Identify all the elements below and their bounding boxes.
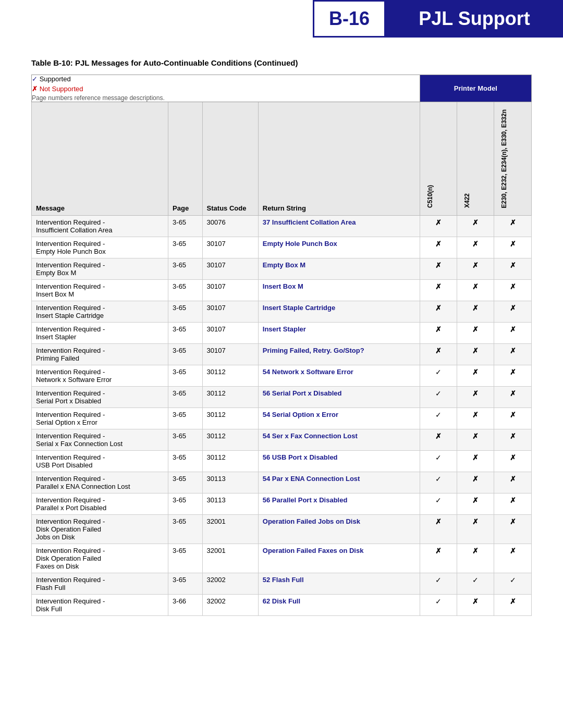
x-icon: ✗ <box>510 453 516 462</box>
cell-page: 3-65 <box>168 280 203 301</box>
cell-page: 3-65 <box>168 344 203 365</box>
cell-return-string: Empty Hole Punch Box <box>258 237 420 258</box>
cell-message: Intervention Required - Flash Full <box>32 573 168 595</box>
table-row: Intervention Required - Insert Stapler3-… <box>32 323 532 344</box>
check-icon: ✓ <box>435 576 442 584</box>
x-icon: ✗ <box>510 304 516 312</box>
cell-status-code: 30107 <box>202 280 258 301</box>
cell-x422: ✗ <box>457 493 494 515</box>
cell-e230: ✗ <box>494 387 532 408</box>
cell-return-string: Operation Failed Faxes on Disk <box>258 544 420 573</box>
col-header-c510n-text: C510(n) <box>424 181 436 212</box>
cell-x422: ✗ <box>457 237 494 258</box>
cell-e230: ✗ <box>494 451 532 472</box>
cell-return-string: 56 Parallel Port x Disabled <box>258 493 420 515</box>
cell-e230: ✗ <box>494 515 532 544</box>
x-icon: ✗ <box>510 432 516 440</box>
cell-message: Intervention Required - Insert Staple Ca… <box>32 301 168 323</box>
cell-x422: ✗ <box>457 595 494 616</box>
x-icon: ✗ <box>510 261 516 269</box>
x-icon: ✗ <box>510 517 516 526</box>
cell-e230: ✗ <box>494 544 532 573</box>
x-icon: ✗ <box>472 347 479 355</box>
x-icon: ✗ <box>510 597 516 606</box>
not-supported-label: Not Supported <box>40 85 83 93</box>
cell-e230: ✓ <box>494 573 532 595</box>
cell-status-code: 30107 <box>202 258 258 280</box>
table-row: Intervention Required - USB Port Disable… <box>32 451 532 472</box>
x-icon: ✗ <box>510 496 516 504</box>
cell-page: 3-65 <box>168 451 203 472</box>
x-icon: ✗ <box>472 475 479 483</box>
cell-page: 3-65 <box>168 544 203 573</box>
cell-return-string: 37 Insufficient Collation Area <box>258 216 420 237</box>
cell-status-code: 30076 <box>202 216 258 237</box>
check-icon: ✓ <box>435 496 442 504</box>
cell-page: 3-65 <box>168 216 203 237</box>
legend-printer-model-row: ✓ Supported ✗ Not Supported Page numbers… <box>32 75 532 102</box>
x-icon: ✗ <box>435 347 442 355</box>
table-title: Table B-10: PJL Messages for Auto-Contin… <box>31 58 532 67</box>
cell-c510n: ✓ <box>420 387 457 408</box>
cell-message: Intervention Required - Insufficient Col… <box>32 216 168 237</box>
x-icon: ✗ <box>510 347 516 355</box>
x-icon: ✗ <box>510 240 516 248</box>
cell-message: Intervention Required - Disk Operation F… <box>32 544 168 573</box>
cell-c510n: ✗ <box>420 544 457 573</box>
table-row: Intervention Required - Network x Softwa… <box>32 365 532 387</box>
cell-return-string: 56 Serial Port x Disabled <box>258 387 420 408</box>
cell-status-code: 30112 <box>202 429 258 451</box>
x-icon: ✗ <box>472 411 479 419</box>
cell-page: 3-65 <box>168 387 203 408</box>
cell-status-code: 30107 <box>202 301 258 323</box>
cell-page: 3-66 <box>168 595 203 616</box>
cell-status-code: 30113 <box>202 493 258 515</box>
cell-x422: ✗ <box>457 301 494 323</box>
table-row: Intervention Required - Disk Operation F… <box>32 515 532 544</box>
cell-return-string: 54 Serial Option x Error <box>258 408 420 429</box>
col-header-x422-text: X422 <box>461 189 473 212</box>
table-row: Intervention Required - Flash Full3-6532… <box>32 573 532 595</box>
x-icon: ✗ <box>435 240 442 248</box>
cell-e230: ✗ <box>494 216 532 237</box>
content: Table B-10: PJL Messages for Auto-Contin… <box>0 58 563 647</box>
cell-status-code: 32002 <box>202 595 258 616</box>
table-row: Intervention Required - Disk Full3-66320… <box>32 595 532 616</box>
x-icon: ✗ <box>472 547 479 555</box>
cell-c510n: ✓ <box>420 472 457 493</box>
cell-return-string: 54 Ser x Fax Connection Lost <box>258 429 420 451</box>
table-row: Intervention Required - Parallel x ENA C… <box>32 472 532 493</box>
page-number: B-16 <box>313 0 386 38</box>
cell-e230: ✗ <box>494 365 532 387</box>
cell-c510n: ✗ <box>420 280 457 301</box>
table-row: Intervention Required - Serial x Fax Con… <box>32 429 532 451</box>
cell-e230: ✗ <box>494 344 532 365</box>
x-icon: ✗ <box>472 432 479 440</box>
cell-c510n: ✓ <box>420 365 457 387</box>
check-icon: ✓ <box>435 453 442 462</box>
x-icon: ✗ <box>472 304 479 312</box>
cell-status-code: 30107 <box>202 237 258 258</box>
x-icon: ✗ <box>435 261 442 269</box>
cell-page: 3-65 <box>168 493 203 515</box>
cell-e230: ✗ <box>494 237 532 258</box>
cell-c510n: ✗ <box>420 258 457 280</box>
cell-x422: ✗ <box>457 280 494 301</box>
table-row: Intervention Required - Priming Failed3-… <box>32 344 532 365</box>
x-icon: ✗ <box>435 517 442 526</box>
cell-c510n: ✓ <box>420 595 457 616</box>
check-icon: ✓ <box>510 576 516 584</box>
cell-x422: ✗ <box>457 365 494 387</box>
table-row: Intervention Required - Insert Staple Ca… <box>32 301 532 323</box>
check-icon: ✓ <box>435 597 442 606</box>
x-icon: ✗ <box>510 218 516 227</box>
x-icon: ✗ <box>510 547 516 555</box>
cell-return-string: 52 Flash Full <box>258 573 420 595</box>
check-icon: ✓ <box>472 576 479 584</box>
cell-e230: ✗ <box>494 429 532 451</box>
col-header-status-code: Status Code <box>202 102 258 216</box>
cell-message: Intervention Required - Insert Stapler <box>32 323 168 344</box>
cell-return-string: Empty Box M <box>258 258 420 280</box>
cell-e230: ✗ <box>494 258 532 280</box>
cell-return-string: Priming Failed, Retry. Go/Stop? <box>258 344 420 365</box>
